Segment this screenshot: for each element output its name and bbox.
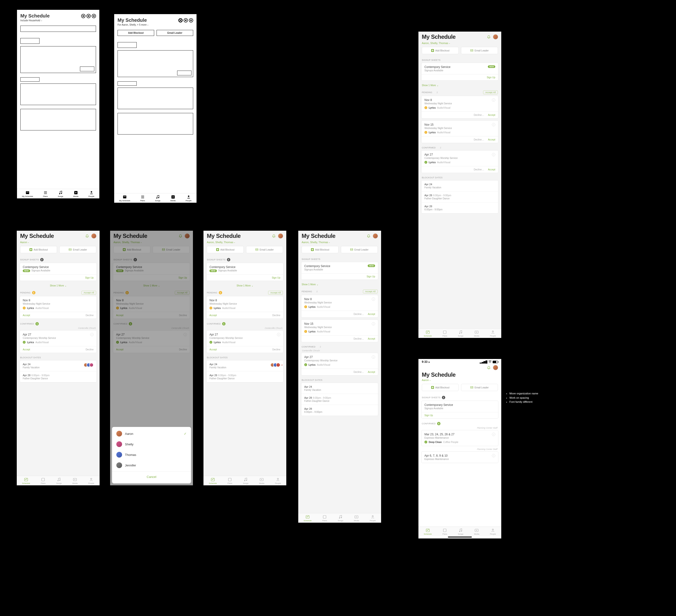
confirmed-card[interactable]: Apr 27Contemporary Worship Service✓Lyric… (206, 330, 283, 353)
tab-plans[interactable]: Plans (442, 330, 447, 337)
accept-link[interactable]: Accept (368, 337, 375, 340)
confirmed-card[interactable]: Apr 27 Contemporary Worship Service ✓Lyr… (20, 330, 97, 353)
blockout-row[interactable]: Apr 286:00pm - 9:00pm Father-Daughter Da… (20, 371, 97, 382)
avatar[interactable] (92, 234, 96, 238)
accept-all-button[interactable]: Accept All (363, 290, 378, 293)
tab-plans[interactable]: Plans (227, 478, 232, 484)
accept-all-button[interactable]: Accept All (81, 291, 96, 295)
info-icon[interactable]: i (372, 322, 375, 325)
pending-card[interactable]: Nov 8Wednesday Night Service!Lyrics Audi… (301, 295, 378, 318)
info-icon[interactable]: i (492, 454, 495, 457)
tab-people[interactable]: People (88, 190, 94, 197)
sheet-option-thomas[interactable]: Thomas (112, 449, 191, 460)
tab-plans[interactable]: Plans (442, 528, 447, 535)
people-filter[interactable]: Aaron, Shelly, Thomas⌄ (204, 241, 286, 246)
blockout-row[interactable]: Apr 286:00pm - 9:00pm (421, 202, 498, 213)
info-icon[interactable]: i (492, 123, 495, 126)
close-icon[interactable] (87, 14, 91, 18)
show-more-link[interactable]: Show 1 More ⌄ (17, 283, 100, 289)
tab-songs[interactable]: Songs (56, 478, 62, 484)
tab-plans[interactable]: Plans (140, 195, 145, 202)
tab-schedule[interactable]: Schedule (303, 515, 312, 522)
cancel-button[interactable]: Cancel (112, 472, 191, 482)
tab-songs[interactable]: Songs (58, 190, 63, 197)
bell-icon[interactable] (85, 234, 89, 238)
header-subtitle[interactable]: For Aaron, Shelly, + 5 more⌄ (118, 23, 193, 26)
email-leader-button[interactable]: Email Leader (341, 246, 378, 253)
signup-link[interactable]: Sign Up (367, 275, 375, 278)
pending-card[interactable]: Nov 8Wednesday Night Service!Lyrics Audi… (421, 96, 498, 118)
add-blockout-button[interactable]: Add Blockout (422, 47, 459, 54)
email-leader-button[interactable]: Email Leader (246, 246, 283, 253)
accept-all-button[interactable]: Accept All (483, 90, 498, 94)
tab-media[interactable]: Media (72, 478, 77, 484)
tab-media[interactable]: Media (474, 330, 479, 337)
bell-icon[interactable] (367, 234, 371, 238)
tab-songs[interactable]: Songs (458, 528, 463, 535)
tab-songs[interactable]: Songs (243, 478, 248, 484)
info-icon[interactable]: i (277, 333, 280, 336)
decline-link[interactable]: Decline… (353, 371, 364, 373)
avatar[interactable] (373, 234, 378, 238)
close-icon[interactable] (92, 14, 96, 18)
pending-card[interactable]: Nov 8 Wednesday Night Service !Lyrics Au… (20, 296, 97, 319)
tab-schedule[interactable]: Schedule (22, 478, 30, 484)
decline-link[interactable]: Decline… (353, 313, 364, 315)
info-icon[interactable]: i (492, 98, 495, 102)
placeholder-card-action[interactable] (177, 71, 191, 75)
tab-songs[interactable]: Songs (338, 515, 343, 522)
blockout-row[interactable]: Apr 24Family Vacation ++2 (207, 360, 283, 371)
signup-card[interactable]: Contemporary ServiceSignups Available Si… (421, 401, 498, 419)
add-blockout-button[interactable]: Add Blockout (118, 30, 154, 36)
placeholder-button[interactable] (20, 25, 96, 32)
signup-link[interactable]: Sign Up (272, 276, 280, 279)
confirmed-card[interactable]: Apr 27Contemporary Worship Service✓Lyric… (421, 150, 498, 173)
signup-link[interactable]: Sign Up (487, 76, 495, 79)
tab-media[interactable]: Media (73, 190, 78, 197)
tab-schedule[interactable]: Schedule (424, 528, 432, 535)
pending-card[interactable]: Nov 8Wednesday Night Service!Lyrics Audi… (206, 296, 283, 319)
email-leader-button[interactable]: Email Leader (461, 384, 498, 391)
bell-icon[interactable] (487, 35, 491, 39)
accept-link[interactable]: Accept (488, 138, 495, 141)
signup-link[interactable]: Sign Up (85, 276, 94, 279)
avatar[interactable] (278, 234, 283, 238)
blockout-row[interactable]: Apr 286:00pm - 9:00pmFather-Daughter Dan… (301, 394, 378, 405)
tab-people[interactable]: People (88, 478, 94, 484)
close-icon[interactable] (184, 18, 188, 22)
confirmed-card[interactable]: Apr 27Contemporary Worship Service✓Lyric… (301, 353, 378, 375)
tab-people[interactable]: People (185, 195, 191, 202)
tab-schedule[interactable]: My Schedule (22, 190, 33, 197)
tab-schedule[interactable]: Schedule (424, 330, 432, 337)
tab-plans[interactable]: Plans (41, 478, 46, 484)
people-filter[interactable]: Aaron⌄ (17, 241, 100, 246)
tab-songs[interactable]: Songs (155, 195, 160, 202)
info-icon[interactable]: i (90, 333, 94, 336)
tab-songs[interactable]: Songs (458, 330, 463, 337)
show-more-link[interactable]: Show 1 More ⌄ (204, 283, 286, 289)
info-icon[interactable]: i (492, 433, 495, 436)
show-more-link[interactable]: Show 1 More ⌄ (418, 82, 501, 89)
signup-link[interactable]: Sign Up (425, 414, 433, 417)
tab-media[interactable]: Media (170, 195, 176, 202)
confirmed-card[interactable]: Apr 6, 7, 8, 9 & 10 Espresso Maintenance… (421, 451, 498, 463)
tab-media[interactable]: Media (354, 515, 359, 522)
info-icon[interactable]: i (492, 153, 495, 156)
tab-people[interactable]: People (490, 330, 496, 337)
accept-link[interactable]: Accept (23, 314, 30, 317)
decline-link[interactable]: Decline… (474, 138, 484, 141)
accept-link[interactable]: Accept (368, 371, 375, 373)
decline-link[interactable]: Decline (86, 314, 94, 317)
header-subtitle[interactable]: Include Household⌄ (20, 19, 96, 22)
avatar[interactable] (493, 365, 498, 370)
tab-media[interactable]: Media (259, 478, 264, 484)
people-filter[interactable]: Aaron, Shelly, Thomas⌄ (418, 42, 501, 47)
avatar[interactable] (493, 35, 498, 39)
blockout-row[interactable]: Apr 24Family Vacation (421, 180, 498, 191)
signup-card[interactable]: Contempory ServiceNEW Signups Available … (206, 263, 283, 281)
decline-link[interactable]: Decline (272, 348, 280, 351)
tab-plans[interactable]: Plans (43, 190, 48, 197)
people-filter[interactable]: Aaron, Shelly, Thomas⌄ (298, 241, 381, 246)
sheet-option-jennifer[interactable]: Jennifer (112, 460, 191, 471)
blockout-row[interactable]: Apr 24 Family Vacation (20, 360, 97, 371)
